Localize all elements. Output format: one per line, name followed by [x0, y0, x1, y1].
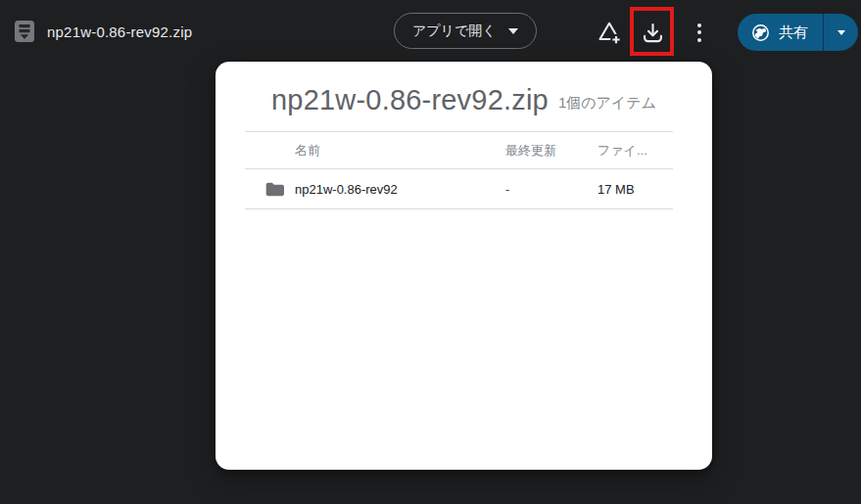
add-shortcut-to-drive-button[interactable]: [590, 16, 629, 49]
archive-contents-table: 名前 最終更新 ファイ... np21w-0.86-rev92 - 17 MB: [245, 131, 673, 209]
open-with-label: アプリで開く: [412, 23, 497, 40]
archive-title-row: np21w-0.86-rev92.zip 1個のアイテム: [215, 62, 712, 131]
archive-preview-card: np21w-0.86-rev92.zip 1個のアイテム 名前 最終更新 ファイ…: [215, 62, 712, 470]
download-icon: [640, 20, 666, 46]
share-split-button: 共有: [738, 14, 858, 51]
chevron-down-icon: [508, 28, 518, 34]
zip-file-icon: [14, 19, 35, 44]
file-info: np21w-0.86-rev92.zip: [14, 0, 192, 63]
row-size: 17 MB: [598, 182, 673, 197]
more-options-icon: [697, 23, 701, 42]
folder-icon: [264, 181, 284, 198]
archive-title: np21w-0.86-rev92.zip: [271, 84, 549, 116]
table-header-row: 名前 最終更新 ファイ...: [245, 132, 673, 169]
column-header-modified: 最終更新: [504, 142, 598, 160]
share-button[interactable]: 共有: [738, 14, 823, 51]
download-button[interactable]: [635, 17, 670, 48]
file-title: np21w-0.86-rev92.zip: [47, 23, 192, 40]
public-globe-icon: [751, 23, 770, 42]
row-modified: -: [504, 182, 598, 197]
archive-item-count: 1個のアイテム: [558, 94, 656, 113]
chevron-down-icon: [837, 30, 845, 35]
column-header-size: ファイ...: [598, 142, 673, 160]
top-toolbar: np21w-0.86-rev92.zip アプリで開く: [0, 0, 861, 63]
open-with-app-button[interactable]: アプリで開く: [394, 13, 537, 49]
add-shortcut-to-drive-icon: [594, 18, 625, 47]
share-options-dropdown-button[interactable]: [824, 14, 858, 51]
column-header-name: 名前: [245, 142, 504, 160]
share-label: 共有: [779, 23, 808, 42]
more-options-button[interactable]: [687, 18, 712, 47]
row-folder-name: np21w-0.86-rev92: [295, 182, 398, 197]
table-row[interactable]: np21w-0.86-rev92 - 17 MB: [245, 169, 673, 209]
